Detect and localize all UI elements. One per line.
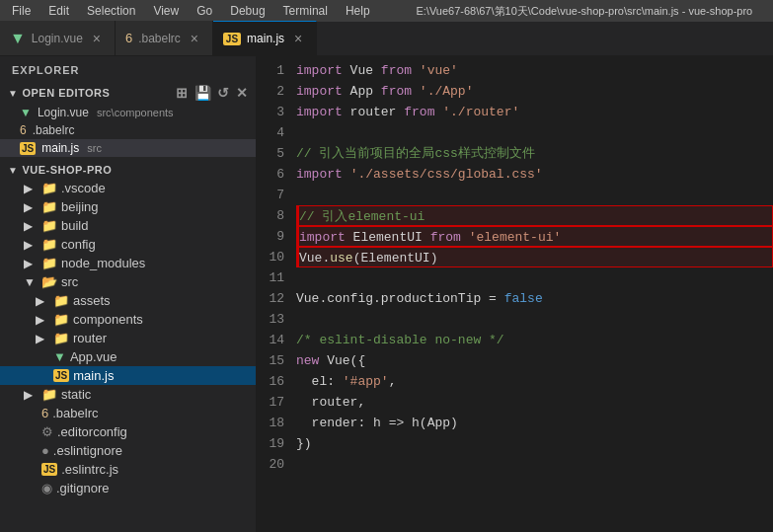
line-number: 19 — [261, 433, 284, 454]
tree-eslintignore[interactable]: ▶ ● .eslintignore — [0, 441, 256, 460]
line-number: 6 — [261, 164, 284, 185]
tree-mainjs[interactable]: ▶ JS main.js — [0, 366, 256, 385]
tab-login[interactable]: ▼ Login.vue × — [0, 21, 116, 55]
tab-mainjs[interactable]: JS main.js × — [213, 21, 317, 55]
login-filename: Login.vue — [38, 106, 89, 119]
tree-node-modules[interactable]: ▶ 📁 node_modules — [0, 254, 256, 272]
code-line: import ElementUI from 'element-ui' — [296, 226, 773, 247]
line-number: 1 — [261, 60, 284, 81]
build-chevron: ▶ — [24, 219, 38, 233]
tree-assets[interactable]: ▶ 📁 assets — [0, 291, 256, 310]
explorer-title: EXPLORER — [0, 56, 256, 80]
gitignore-icon: ◉ — [41, 481, 52, 495]
tree-src[interactable]: ▼ 📂 src — [0, 272, 256, 291]
tree-vscode[interactable]: ▶ 📁 .vscode — [0, 179, 256, 197]
code-content: 1234567891011121314151617181920 import V… — [257, 56, 773, 532]
vue-icon: ▼ — [10, 30, 26, 47]
tab-login-label: Login.vue — [32, 32, 83, 45]
open-editor-mainjs[interactable]: JS main.js src — [0, 139, 256, 157]
tree-beijing[interactable]: ▶ 📁 beijing — [0, 197, 256, 216]
line-number: 18 — [261, 413, 284, 433]
line-number: 20 — [261, 454, 284, 475]
code-line: render: h => h(App) — [296, 413, 773, 433]
open-editor-babelrc[interactable]: 6 .babelrc — [0, 121, 256, 139]
tab-mainjs-label: main.js — [247, 32, 284, 45]
router-chevron: ▶ — [36, 332, 49, 345]
window-title: E:\Vue67-68\67\第10天\Code\vue-shop-pro\sr… — [400, 4, 769, 19]
editor-area[interactable]: 1234567891011121314151617181920 import V… — [257, 56, 773, 532]
menu-file[interactable]: File — [4, 2, 39, 20]
src-chevron: ▼ — [24, 275, 38, 289]
code-line: // 引入element-ui — [296, 205, 773, 226]
code-lines[interactable]: import Vue from 'vue'import App from './… — [292, 56, 773, 532]
static-chevron: ▶ — [24, 388, 38, 402]
menu-edit[interactable]: Edit — [40, 2, 77, 20]
line-number: 8 — [261, 205, 284, 226]
line-number: 16 — [261, 371, 284, 392]
open-editors-header[interactable]: ▼ OPEN EDITORS ⊞ 💾 ↺ ✕ — [0, 82, 256, 104]
editorconfig-icon: ⚙ — [41, 424, 53, 439]
tree-editorconfig[interactable]: ▶ ⚙ .editorconfig — [0, 422, 256, 441]
tree-components[interactable]: ▶ 📁 components — [0, 310, 256, 329]
project-header[interactable]: ▼ VUE-SHOP-PRO — [0, 161, 256, 179]
code-line — [296, 185, 773, 205]
open-editors-label: OPEN EDITORS — [22, 87, 110, 99]
tree-gitignore[interactable]: ▶ ◉ .gitignore — [0, 479, 256, 497]
tree-eslintrc[interactable]: ▶ JS .eslintrc.js — [0, 460, 256, 479]
mainjs-filename: main.js — [41, 141, 79, 155]
tree-config[interactable]: ▶ 📁 config — [0, 235, 256, 254]
code-line — [296, 122, 773, 143]
open-editor-login[interactable]: ▼ Login.vue src\components — [0, 104, 256, 121]
refresh-icon[interactable]: ↺ — [217, 85, 230, 101]
split-editor-icon[interactable]: ⊞ — [176, 85, 189, 101]
line-number: 2 — [261, 81, 284, 102]
folder-icon: 📂 — [41, 274, 57, 289]
babelrc-filename: .babelrc — [33, 123, 75, 137]
mainjs-icon: JS — [20, 142, 36, 155]
code-line: import App from './App' — [296, 81, 773, 102]
tree-appvue[interactable]: ▶ ▼ App.vue — [0, 347, 256, 366]
main-layout: EXPLORER ▼ OPEN EDITORS ⊞ 💾 ↺ ✕ ▼ Login.… — [0, 56, 773, 532]
menu-help[interactable]: Help — [338, 2, 378, 20]
menu-view[interactable]: View — [145, 2, 187, 20]
line-number: 14 — [261, 330, 284, 350]
line-number: 4 — [261, 122, 284, 143]
tab-babelrc-close[interactable]: × — [187, 31, 202, 46]
tab-babelrc[interactable]: 6 .babelrc × — [116, 21, 213, 55]
folder-icon: 📁 — [41, 218, 57, 233]
folder-icon: 📁 — [41, 256, 57, 270]
tree-static[interactable]: ▶ 📁 static — [0, 385, 256, 404]
folder-icon: 📁 — [41, 387, 57, 402]
menu-debug[interactable]: Debug — [222, 2, 272, 20]
menu-selection[interactable]: Selection — [79, 2, 143, 20]
tree-build[interactable]: ▶ 📁 build — [0, 216, 256, 235]
tree-router[interactable]: ▶ 📁 router — [0, 329, 256, 347]
config-chevron: ▶ — [24, 238, 38, 252]
menu-go[interactable]: Go — [189, 2, 220, 20]
code-line — [296, 454, 773, 475]
save-all-icon[interactable]: 💾 — [194, 85, 212, 101]
tab-login-close[interactable]: × — [89, 31, 105, 46]
tab-mainjs-close[interactable]: × — [290, 31, 306, 46]
line-number: 13 — [261, 309, 284, 330]
folder-icon: 📁 — [41, 199, 57, 214]
line-number: 15 — [261, 350, 284, 371]
project-chevron: ▼ — [8, 165, 18, 176]
mainjs-tree-icon: JS — [53, 369, 69, 382]
code-line: import './assets/css/global.css' — [296, 164, 773, 185]
menu-terminal[interactable]: Terminal — [275, 2, 336, 20]
line-number: 9 — [261, 226, 284, 247]
tab-babelrc-label: .babelrc — [138, 32, 181, 45]
code-line — [296, 267, 773, 288]
code-line: new Vue({ — [296, 350, 773, 371]
folder-icon: 📁 — [53, 331, 69, 345]
tree-babelrc[interactable]: ▶ 6 .babelrc — [0, 404, 256, 422]
line-number: 5 — [261, 143, 284, 164]
vscode-chevron: ▶ — [24, 182, 38, 195]
nodemodules-chevron: ▶ — [24, 257, 38, 270]
beijing-chevron: ▶ — [24, 200, 38, 214]
assets-chevron: ▶ — [36, 294, 49, 308]
tab-bar: ▼ Login.vue × 6 .babelrc × JS main.js × — [0, 22, 773, 56]
close-all-icon[interactable]: ✕ — [236, 85, 249, 101]
code-line: Vue.config.productionTip = false — [296, 288, 773, 309]
